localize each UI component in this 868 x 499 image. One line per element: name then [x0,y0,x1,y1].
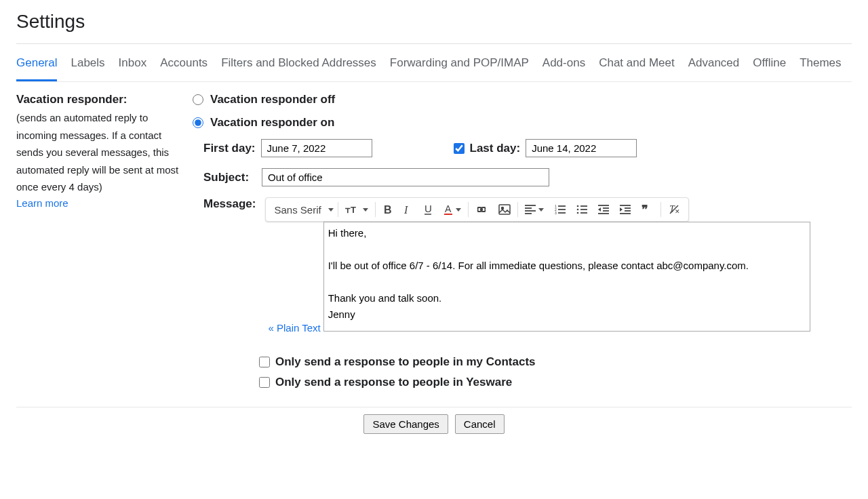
remove-formatting-button[interactable]: T✕ [663,198,686,221]
svg-text:A: A [445,203,452,214]
message-body-textarea[interactable] [323,222,810,332]
tab-general[interactable]: General [16,54,57,81]
tab-accounts[interactable]: Accounts [160,54,208,81]
cancel-button[interactable]: Cancel [455,414,505,434]
tab-advanced[interactable]: Advanced [688,54,740,81]
link-button[interactable] [470,198,493,221]
toolbar-separator [375,202,376,217]
rich-text-toolbar: Sans Serif ᴛT B I [265,197,688,222]
toolbar-separator [517,202,518,217]
caret-down-icon [456,208,461,212]
svg-text:3: 3 [555,211,557,214]
svg-text:B: B [384,204,392,215]
last-day-label[interactable]: Last day: [470,142,521,155]
vacation-off-label[interactable]: Vacation responder off [210,93,335,106]
indent-more-button[interactable] [614,198,636,221]
subject-input[interactable] [262,168,549,186]
page-title: Settings [16,5,852,44]
svg-text:❞: ❞ [642,205,648,214]
toolbar-separator [468,202,469,217]
caret-down-icon [363,208,368,212]
svg-text:✕: ✕ [675,208,680,215]
svg-text:ᴛT: ᴛT [345,205,356,215]
tab-offline[interactable]: Offline [753,54,786,81]
align-button[interactable] [519,198,549,221]
vacation-section-title: Vacation responder: [16,93,179,106]
font-size-button[interactable]: ᴛT [340,198,374,221]
svg-point-19 [576,205,578,207]
text-color-button[interactable]: A [438,198,467,221]
caret-down-icon [538,208,544,212]
underline-button[interactable]: U [418,198,438,221]
font-family-label: Sans Serif [274,204,321,216]
vacation-off-radio[interactable] [193,94,203,105]
contacts-only-checkbox[interactable] [259,357,270,367]
contacts-only-label[interactable]: Only send a response to people in my Con… [275,355,536,369]
tab-addons[interactable]: Add-ons [542,54,585,81]
toolbar-separator [338,202,338,217]
message-label: Message: [203,197,256,339]
svg-text:U: U [425,203,432,214]
bulleted-list-button[interactable] [571,198,593,221]
image-button[interactable] [493,198,516,221]
italic-button[interactable]: I [397,198,418,221]
learn-more-link[interactable]: Learn more [16,197,68,209]
caret-down-icon [328,208,334,212]
svg-rect-7 [499,205,510,214]
tab-chat[interactable]: Chat and Meet [599,54,675,81]
svg-point-21 [576,212,578,214]
yesware-only-label[interactable]: Only send a response to people in Yeswar… [275,376,512,389]
first-day-label: First day: [203,142,256,155]
indent-less-button[interactable] [593,198,614,221]
font-family-dropdown[interactable]: Sans Serif [269,198,336,221]
plain-text-link[interactable]: « Plain Text [265,313,320,339]
svg-rect-6 [444,214,452,215]
tab-forwarding[interactable]: Forwarding and POP/IMAP [390,54,529,81]
yesware-only-checkbox[interactable] [259,377,270,388]
subject-label: Subject: [203,171,252,184]
vacation-section-desc: (sends an automated reply to incoming me… [16,109,179,196]
svg-point-20 [576,209,578,211]
vacation-on-label[interactable]: Vacation responder on [210,116,334,129]
quote-button[interactable]: ❞ [636,198,659,221]
toolbar-separator [660,202,661,217]
last-day-input[interactable] [526,139,637,157]
vacation-on-radio[interactable] [193,117,203,128]
tab-inbox[interactable]: Inbox [119,54,147,81]
save-button[interactable]: Save Changes [363,414,448,434]
last-day-checkbox[interactable] [454,143,465,154]
svg-text:I: I [403,204,408,215]
numbered-list-button[interactable]: 123 [549,198,571,221]
first-day-input[interactable] [261,139,372,157]
tab-themes[interactable]: Themes [800,54,841,81]
tab-filters[interactable]: Filters and Blocked Addresses [221,54,376,81]
bold-button[interactable]: B [377,198,397,221]
settings-tabs: General Labels Inbox Accounts Filters an… [16,44,852,82]
tab-labels[interactable]: Labels [71,54,104,81]
